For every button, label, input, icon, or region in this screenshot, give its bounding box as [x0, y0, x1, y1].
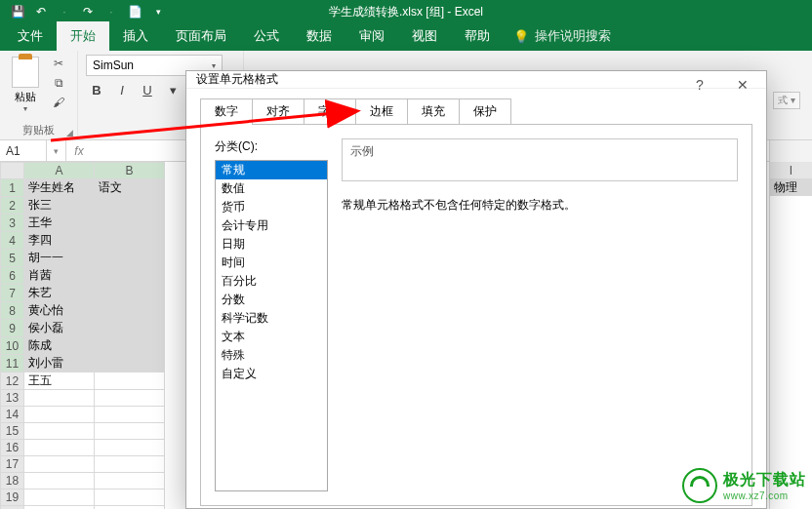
- category-item[interactable]: 常规: [216, 161, 327, 179]
- cell[interactable]: [95, 506, 165, 510]
- cell[interactable]: [95, 390, 165, 407]
- cell[interactable]: [24, 440, 95, 456]
- cell[interactable]: [24, 489, 95, 506]
- cell[interactable]: 胡一一: [24, 250, 95, 267]
- cell[interactable]: [24, 423, 95, 440]
- tab-file[interactable]: 文件: [4, 21, 57, 51]
- underline-dropdown-icon[interactable]: ▾: [162, 80, 183, 99]
- cell[interactable]: 学生姓名: [24, 179, 95, 197]
- cell[interactable]: [95, 215, 165, 232]
- doc-icon[interactable]: 📄: [125, 2, 144, 21]
- cell[interactable]: [95, 489, 165, 506]
- category-list[interactable]: 常规数值货币会计专用日期时间百分比分数科学记数文本特殊自定义: [215, 160, 328, 491]
- row-header[interactable]: 2: [1, 197, 24, 215]
- select-all-corner[interactable]: [1, 163, 24, 179]
- cell[interactable]: [95, 197, 165, 215]
- paste-dropdown-icon[interactable]: ▾: [8, 104, 42, 113]
- category-item[interactable]: 自定义: [216, 365, 327, 383]
- dialog-tab-font[interactable]: 字体: [304, 98, 356, 125]
- cell[interactable]: 刘小雷: [24, 355, 95, 372]
- tab-data[interactable]: 数据: [293, 21, 345, 51]
- redo-icon[interactable]: ↷: [78, 2, 98, 21]
- cell[interactable]: [95, 355, 165, 372]
- row-header[interactable]: 20: [1, 506, 24, 510]
- cell[interactable]: [95, 372, 165, 390]
- row-header[interactable]: 18: [1, 473, 24, 489]
- cell[interactable]: 陈成: [24, 337, 95, 355]
- undo-icon[interactable]: ↶: [31, 2, 51, 21]
- row-header[interactable]: 11: [1, 355, 24, 372]
- cell[interactable]: [95, 250, 165, 267]
- styles-dropdown[interactable]: 式 ▾: [773, 92, 800, 109]
- tab-help[interactable]: 帮助: [451, 21, 504, 51]
- dialog-tab-protect[interactable]: 保护: [459, 98, 511, 125]
- category-item[interactable]: 特殊: [216, 346, 327, 365]
- italic-button[interactable]: I: [111, 80, 133, 99]
- col-header-I[interactable]: I: [770, 162, 812, 179]
- paste-button[interactable]: 粘贴 ▾: [8, 55, 42, 113]
- cell[interactable]: [95, 337, 165, 355]
- cell[interactable]: 朱艺: [24, 285, 95, 302]
- dialog-tab-border[interactable]: 边框: [355, 98, 408, 125]
- row-header[interactable]: 15: [1, 423, 24, 440]
- tab-review[interactable]: 审阅: [345, 21, 398, 51]
- save-icon[interactable]: 💾: [8, 2, 27, 21]
- tab-formulas[interactable]: 公式: [240, 21, 293, 51]
- cell[interactable]: [95, 423, 165, 440]
- row-header[interactable]: 3: [1, 215, 24, 232]
- category-item[interactable]: 科学记数: [216, 309, 327, 328]
- cell[interactable]: [24, 506, 95, 510]
- cell[interactable]: [95, 440, 165, 456]
- category-item[interactable]: 分数: [216, 291, 327, 309]
- row-header[interactable]: 1: [1, 179, 24, 197]
- tab-home[interactable]: 开始: [57, 21, 109, 51]
- row-header[interactable]: 4: [1, 232, 24, 250]
- row-header[interactable]: 9: [1, 320, 24, 337]
- cell[interactable]: [95, 267, 165, 285]
- cell[interactable]: [95, 320, 165, 337]
- cell[interactable]: 语文: [95, 179, 165, 197]
- category-item[interactable]: 日期: [216, 235, 327, 254]
- tell-me[interactable]: 💡 操作说明搜索: [504, 21, 621, 51]
- cell[interactable]: [95, 232, 165, 250]
- underline-button[interactable]: U: [137, 80, 158, 99]
- name-box-dropdown-icon[interactable]: ▾: [47, 140, 66, 161]
- fx-icon[interactable]: fx: [66, 140, 92, 161]
- col-header-A[interactable]: A: [24, 163, 95, 179]
- row-header[interactable]: 16: [1, 440, 24, 456]
- cell[interactable]: 张三: [24, 197, 95, 215]
- tab-insert[interactable]: 插入: [109, 21, 162, 51]
- bold-button[interactable]: B: [86, 80, 107, 99]
- category-item[interactable]: 百分比: [216, 272, 327, 291]
- dialog-tab-fill[interactable]: 填充: [407, 98, 460, 125]
- row-header[interactable]: 8: [1, 302, 24, 320]
- tab-layout[interactable]: 页面布局: [162, 21, 240, 51]
- cell[interactable]: 侯小磊: [24, 320, 95, 337]
- cell[interactable]: [95, 285, 165, 302]
- name-box[interactable]: [0, 140, 47, 161]
- category-item[interactable]: 时间: [216, 254, 327, 272]
- cell[interactable]: [95, 473, 165, 489]
- row-header[interactable]: 10: [1, 337, 24, 355]
- cell[interactable]: [24, 390, 95, 407]
- cell[interactable]: 黄心怡: [24, 302, 95, 320]
- cut-icon[interactable]: ✂: [48, 55, 69, 72]
- cell[interactable]: [24, 407, 95, 423]
- row-header[interactable]: 13: [1, 390, 24, 407]
- cell[interactable]: 王五: [24, 372, 95, 390]
- cell[interactable]: [24, 456, 95, 473]
- col-header-B[interactable]: B: [95, 163, 165, 179]
- dialog-tab-align[interactable]: 对齐: [252, 98, 304, 125]
- row-header[interactable]: 5: [1, 250, 24, 267]
- clipboard-launcher-icon[interactable]: ◢: [66, 128, 73, 137]
- cell[interactable]: [95, 456, 165, 473]
- category-item[interactable]: 会计专用: [216, 216, 327, 235]
- cell[interactable]: [24, 473, 95, 489]
- category-item[interactable]: 数值: [216, 179, 327, 198]
- tab-view[interactable]: 视图: [398, 21, 451, 51]
- dialog-tab-number[interactable]: 数字: [200, 98, 253, 125]
- copy-icon[interactable]: ⧉: [48, 74, 69, 92]
- close-button[interactable]: ✕: [725, 71, 760, 98]
- cell[interactable]: 王华: [24, 215, 95, 232]
- row-header[interactable]: 19: [1, 489, 24, 506]
